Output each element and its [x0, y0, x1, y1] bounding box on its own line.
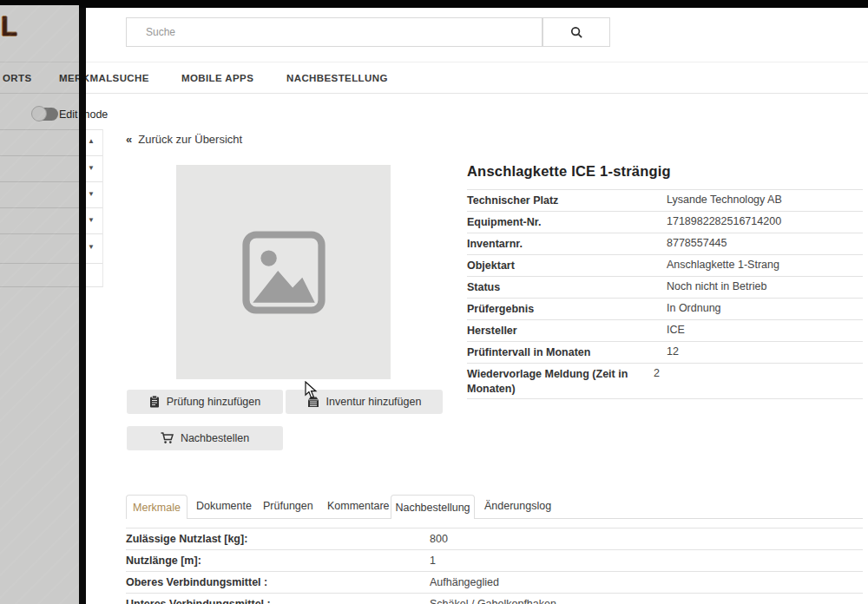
- property-label: Prüfintervall in Monaten: [467, 345, 667, 363]
- nav-item-mobile-apps[interactable]: MOBILE APPS: [181, 73, 253, 83]
- button-label: Inventur hinzufügen: [326, 396, 422, 408]
- chevron-down-icon[interactable]: ▼: [88, 216, 95, 224]
- property-label: Prüfergebnis: [467, 302, 667, 319]
- property-label: Inventarnr.: [467, 237, 667, 254]
- archive-icon: [307, 397, 319, 408]
- add-inventur-button[interactable]: Inventur hinzufügen: [286, 390, 443, 414]
- button-label: Nachbestellen: [181, 432, 249, 444]
- table-row: Inventarnr. 8778557445: [467, 233, 863, 254]
- tab-merkmale[interactable]: Merkmale: [126, 495, 187, 519]
- chevron-down-icon[interactable]: ▼: [88, 164, 95, 172]
- property-value: ICE: [667, 324, 863, 341]
- property-label: Hersteller: [467, 324, 667, 341]
- tab-nachbestellung[interactable]: Nachbestellung: [391, 495, 475, 519]
- cart-icon: [161, 432, 174, 444]
- table-row: Status Noch nicht in Betrieb: [467, 276, 863, 298]
- app-window: L ORTS MERKMALSUCHE MOBILE APPS NACHBEST…: [0, 0, 868, 604]
- property-value: In Ordnung: [667, 302, 863, 319]
- merkmal-value: 1: [430, 555, 863, 567]
- search-button[interactable]: [542, 17, 610, 47]
- tab-dokumente[interactable]: Dokumente: [196, 500, 252, 512]
- table-row: Objektart Anschlagkette 1-Strang: [467, 254, 863, 276]
- table-row: Unteres Verbindungsmittel : Schäkel / Ga…: [126, 593, 863, 604]
- merkmal-label: Oberes Verbindungsmittel :: [126, 576, 430, 588]
- tab-pruefungen[interactable]: Prüfungen: [263, 500, 313, 512]
- table-row: Zulässige Nutzlast [kg]: 800: [126, 528, 863, 549]
- merkmale-table: Zulässige Nutzlast [kg]: 800 Nutzlänge […: [126, 528, 863, 604]
- table-row: Prüfintervall in Monaten 12: [467, 341, 863, 363]
- back-link-label: Zurück zur Übersicht: [138, 133, 242, 146]
- reorder-button[interactable]: Nachbestellen: [127, 426, 283, 450]
- table-row: Nutzlänge [m]: 1: [126, 549, 863, 571]
- property-label: Equipment-Nr.: [467, 215, 667, 233]
- button-label: Prüfung hinzufügen: [167, 396, 260, 408]
- table-row: Technischer Platz Lysande Technology AB: [467, 189, 863, 211]
- merkmal-value: Aufhängeglied: [430, 576, 863, 588]
- search-input[interactable]: [126, 17, 542, 47]
- merkmal-value: Schäkel / Gabelkopfhaken: [430, 598, 863, 604]
- property-table: Technischer Platz Lysande Technology AB …: [467, 189, 863, 399]
- clipboard-icon: [149, 396, 160, 408]
- property-value: 2: [654, 367, 863, 398]
- table-row: Prüfergebnis In Ordnung: [467, 298, 863, 319]
- chevron-down-icon[interactable]: ▼: [88, 190, 95, 198]
- window-edge-bar: [79, 0, 86, 604]
- add-pruefung-button[interactable]: Prüfung hinzufügen: [127, 390, 283, 414]
- table-row: Hersteller ICE: [467, 319, 863, 341]
- property-value: 1718982282516714200: [667, 215, 863, 233]
- property-value: Anschlagkette 1-Strang: [667, 259, 863, 276]
- back-to-overview-link[interactable]: «Zurück zur Übersicht: [126, 133, 242, 146]
- property-label: Wiedervorlage Meldung (Zeit in Monaten): [467, 367, 654, 398]
- table-row: Oberes Verbindungsmittel : Aufhängeglied: [126, 571, 863, 593]
- table-row: Wiedervorlage Meldung (Zeit in Monaten) …: [467, 363, 863, 399]
- property-label: Status: [467, 280, 667, 298]
- equipment-image-placeholder: [176, 165, 391, 379]
- property-value: Noch nicht in Betrieb: [667, 280, 863, 298]
- merkmal-label: Nutzlänge [m]:: [126, 555, 430, 567]
- merkmal-label: Zulässige Nutzlast [kg]:: [126, 533, 430, 545]
- double-chevron-left-icon: «: [126, 133, 132, 146]
- property-label: Objektart: [467, 259, 667, 276]
- merkmal-value: 800: [430, 533, 863, 545]
- top-black-bar: [79, 0, 868, 8]
- image-placeholder-icon: [233, 222, 334, 323]
- nav-item-nachbestellung[interactable]: NACHBESTELLUNG: [286, 73, 388, 83]
- chevron-down-icon[interactable]: ▼: [88, 243, 95, 251]
- chevron-up-icon[interactable]: ▲: [88, 137, 95, 145]
- property-value: 8778557445: [667, 237, 863, 254]
- property-value: Lysande Technology AB: [667, 194, 863, 211]
- table-row: Equipment-Nr. 1718982282516714200: [467, 211, 863, 233]
- property-value: 12: [667, 345, 863, 363]
- search-icon: [570, 26, 583, 39]
- tab-aenderungslog[interactable]: Änderungslog: [484, 500, 551, 512]
- page-title: Anschlagkette ICE 1-strängig: [467, 163, 671, 180]
- property-label: Technischer Platz: [467, 194, 667, 211]
- dimmed-background-strip: [0, 0, 79, 604]
- tab-kommentare[interactable]: Kommentare: [327, 500, 390, 512]
- merkmal-label: Unteres Verbindungsmittel :: [126, 598, 430, 604]
